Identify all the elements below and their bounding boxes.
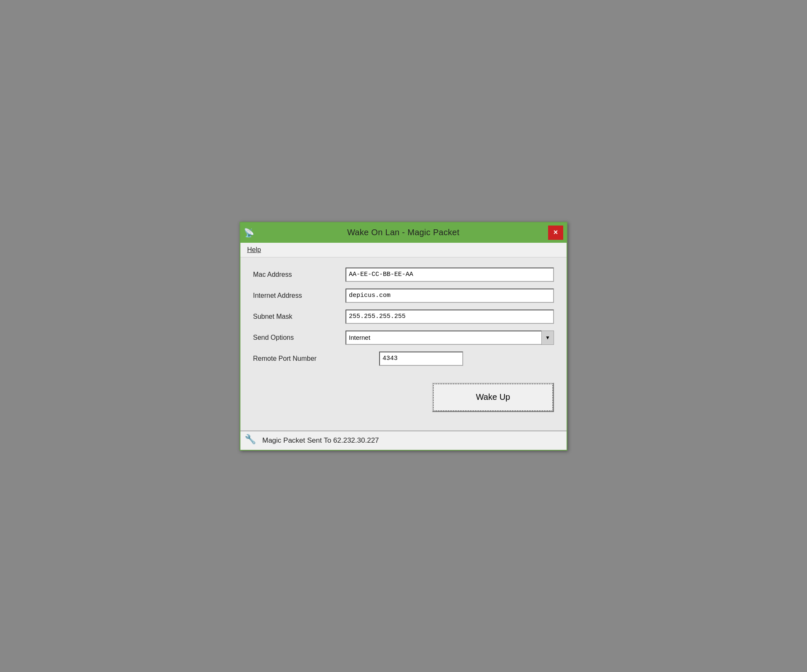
remote-port-row: Remote Port Number — [253, 352, 554, 366]
mac-address-row: Mac Address — [253, 268, 554, 282]
subnet-mask-row: Subnet Mask — [253, 310, 554, 324]
status-bar: 🔧 Magic Packet Sent To 62.232.30.227 — [240, 430, 567, 450]
remote-port-label: Remote Port Number — [253, 355, 345, 362]
title-bar: 📡 Wake On Lan - Magic Packet × — [240, 223, 567, 243]
menu-bar: Help — [240, 243, 567, 257]
send-options-row: Send Options Internet Subnet Local ▼ — [253, 331, 554, 345]
wake-up-button[interactable]: Wake Up — [432, 383, 554, 412]
window-title: Wake On Lan - Magic Packet — [258, 228, 548, 237]
status-icon: 🔧 — [245, 434, 258, 447]
send-options-wrapper: Internet Subnet Local ▼ — [345, 331, 554, 345]
button-row: Wake Up — [253, 383, 554, 420]
form-content: Mac Address Internet Address Subnet Mask… — [240, 257, 567, 430]
mac-address-input[interactable] — [345, 268, 554, 282]
internet-address-input[interactable] — [345, 289, 554, 303]
close-button[interactable]: × — [548, 226, 563, 240]
status-message: Magic Packet Sent To 62.232.30.227 — [262, 436, 379, 445]
app-icon: 📡 — [244, 228, 254, 238]
subnet-mask-label: Subnet Mask — [253, 313, 345, 320]
main-window: 📡 Wake On Lan - Magic Packet × Help Mac … — [240, 222, 567, 451]
subnet-mask-input[interactable] — [345, 310, 554, 324]
internet-address-row: Internet Address — [253, 289, 554, 303]
internet-address-label: Internet Address — [253, 292, 345, 299]
remote-port-input[interactable] — [379, 352, 463, 366]
send-options-select[interactable]: Internet Subnet Local — [345, 331, 554, 345]
send-options-label: Send Options — [253, 334, 345, 341]
mac-address-label: Mac Address — [253, 271, 345, 278]
help-menu[interactable]: Help — [247, 246, 261, 253]
